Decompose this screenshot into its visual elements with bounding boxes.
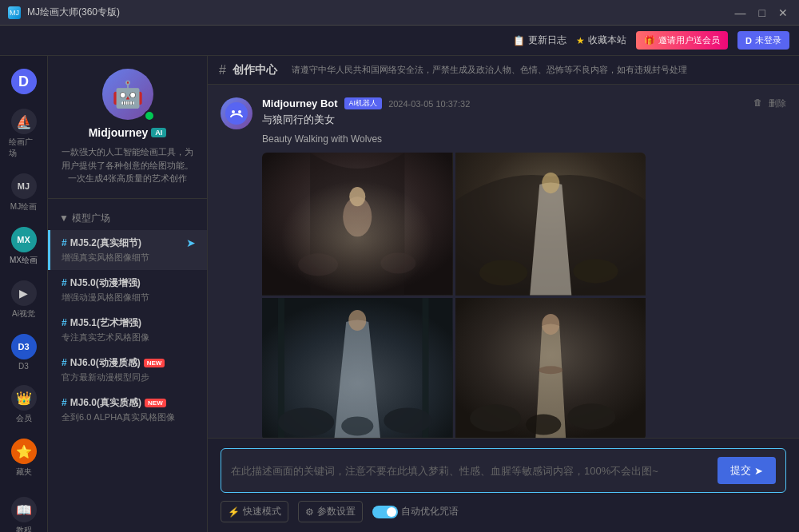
- model-section: ▼ 模型广场 # MJ5.2(真实细节) ➤ 增强真实风格图像细节 #: [48, 199, 207, 533]
- prompt-input[interactable]: [231, 465, 710, 477]
- content-header: # 创作中心 请遵守中华人民共和国网络安全法，严禁生成及政治人物、色情、恐怖等不…: [208, 56, 799, 85]
- submit-button[interactable]: 提交 ➤: [718, 457, 776, 484]
- sidebar-item-tutorial[interactable]: 📖 教程: [6, 492, 42, 532]
- flash-icon: ⚡: [228, 506, 240, 518]
- svg-point-1: [232, 110, 235, 113]
- svg-point-21: [539, 366, 562, 374]
- quick-mode-button[interactable]: ⚡ 快速模式: [221, 501, 288, 522]
- tutorial-label: 教程: [16, 525, 32, 532]
- crown-icon: 👑: [11, 385, 37, 411]
- collect-site-link[interactable]: ★ 收藏本站: [576, 34, 626, 47]
- image-grid: [262, 153, 646, 438]
- gallery-label: 绘画广场: [9, 137, 39, 159]
- model-item-mj60[interactable]: # MJ6.0(真实质感) NEW 全到6.0 ALPHA真实风格图像: [48, 390, 207, 430]
- book-icon: 📖: [11, 497, 37, 522]
- input-box: 提交 ➤: [221, 448, 786, 493]
- mx-label: MX绘画: [10, 255, 38, 266]
- model-name-nj50: # NJ5.0(动漫增强): [62, 276, 141, 290]
- new-badge-mj60: NEW: [145, 399, 166, 407]
- message-title: 与狼同行的美女: [262, 113, 786, 127]
- window-controls: — □ ✕: [732, 6, 791, 19]
- model-desc-mj52: 增强真实风格图像细节: [62, 252, 196, 264]
- message-sender: Midjourney Bot: [262, 97, 338, 109]
- image-cell-bl: [262, 298, 453, 439]
- sidebar-item-ai-video[interactable]: ▶ Ai视觉: [6, 276, 42, 324]
- mj-label: MJ绘画: [10, 201, 37, 212]
- sidebar-item-favorite[interactable]: ⭐ 藏夹: [6, 434, 42, 482]
- svg-point-24: [567, 403, 615, 429]
- content-title: 创作中心: [233, 63, 277, 77]
- params-button[interactable]: ⚙ 参数设置: [298, 501, 363, 522]
- message-time: 2024-03-05 10:37:32: [388, 99, 470, 109]
- svg-point-22: [542, 314, 559, 335]
- params-label: 参数设置: [317, 505, 356, 518]
- discord-icon: D: [11, 69, 37, 94]
- hash-icon: #: [219, 63, 226, 77]
- discord-icon: D: [745, 36, 752, 46]
- profile-name: Midjourney AI: [89, 126, 167, 139]
- maximize-button[interactable]: □: [756, 6, 769, 19]
- model-item-nj60[interactable]: # NJ6.0(动漫质感) NEW 官方最新动漫模型同步: [48, 350, 207, 390]
- svg-point-23: [469, 404, 520, 431]
- sidebar-item-gallery[interactable]: ⛵ 绘画广场: [6, 104, 42, 164]
- image-cell-br: [455, 298, 646, 439]
- minimize-button[interactable]: —: [732, 6, 749, 19]
- svg-point-10: [542, 173, 559, 193]
- sidebar-item-member[interactable]: 👑 会员: [6, 380, 42, 429]
- svg-point-2: [238, 110, 241, 113]
- auto-optimize-toggle: 自动优化咒语: [372, 505, 459, 518]
- top-nav: 📋 更新日志 ★ 收藏本站 🎁 邀请用户送会员 D 未登录: [0, 26, 799, 56]
- main-content: # 创作中心 请遵守中华人民共和国网络安全法，严禁生成及政治人物、色情、恐怖等不…: [208, 56, 799, 532]
- member-label: 会员: [16, 413, 32, 424]
- mx-icon: MX: [11, 227, 37, 252]
- message-header: Midjourney Bot AI机器人 2024-03-05 10:37:32…: [262, 97, 786, 109]
- image-cell-tr: [455, 153, 646, 296]
- d3-label: D3: [18, 362, 29, 371]
- invite-button[interactable]: 🎁 邀请用户送会员: [636, 31, 728, 50]
- profile-section: 🤖 Midjourney AI 一款强大的人工智能绘画工具，为用户提供了各种创意…: [48, 56, 207, 199]
- close-button[interactable]: ✕: [775, 6, 791, 19]
- titlebar: MJ MJ绘画大师(360专版) — □ ✕: [0, 0, 799, 26]
- model-name-nj60: # NJ6.0(动漫质感) NEW: [62, 356, 165, 370]
- sidebar-item-d3[interactable]: D3 D3: [6, 329, 42, 375]
- gift-icon: 🎁: [644, 35, 655, 46]
- svg-point-12: [573, 259, 618, 283]
- sidebar-item-mj[interactable]: MJ MJ绘画: [6, 169, 42, 217]
- mj-icon: MJ: [11, 173, 37, 199]
- star-icon: ⭐: [11, 439, 37, 464]
- model-name-mj52: # MJ5.2(真实细节): [62, 236, 141, 250]
- svg-point-16: [348, 310, 366, 331]
- message-block: Midjourney Bot AI机器人 2024-03-05 10:37:32…: [221, 97, 786, 438]
- model-arrow-mj52: ➤: [186, 236, 196, 249]
- section-icon: ▼: [59, 212, 69, 224]
- model-item-nj50[interactable]: # NJ5.0(动漫增强) 增强动漫风格图像细节: [48, 270, 207, 310]
- sidebar-item-discord[interactable]: D: [6, 64, 42, 99]
- svg-point-17: [278, 407, 334, 436]
- sidebar-item-mx[interactable]: MX MX绘画: [6, 222, 42, 271]
- play-icon: ▶: [11, 280, 37, 306]
- sidebar-narrow: D ⛵ 绘画广场 MJ MJ绘画 MX MX绘画 ▶ Ai视觉 D3 D3 👑 …: [0, 56, 48, 532]
- app-icon: MJ: [8, 6, 21, 19]
- model-desc-nj50: 增强动漫风格图像细节: [62, 292, 196, 304]
- input-area: 提交 ➤ ⚡ 快速模式 ⚙ 参数设置 自动优化咒语: [208, 438, 799, 532]
- sidebar-wide: 🤖 Midjourney AI 一款强大的人工智能绘画工具，为用户提供了各种创意…: [48, 56, 208, 532]
- model-item-mj52[interactable]: # MJ5.2(真实细节) ➤ 增强真实风格图像细节: [48, 230, 207, 270]
- bot-avatar: [221, 97, 252, 129]
- delete-label[interactable]: 删除: [769, 97, 786, 109]
- message-subtitle: Beauty Walking with Wolves: [262, 133, 786, 145]
- svg-point-11: [479, 260, 527, 285]
- model-desc-nj60: 官方最新动漫模型同步: [62, 371, 196, 383]
- discord-login-button[interactable]: D 未登录: [737, 31, 789, 50]
- svg-rect-8: [262, 153, 453, 296]
- update-log-link[interactable]: 📋 更新日志: [513, 34, 566, 47]
- favorite-label: 藏夹: [16, 466, 32, 478]
- toggle-switch-control[interactable]: [372, 506, 398, 518]
- ai-video-label: Ai视觉: [12, 308, 35, 320]
- model-item-mj51[interactable]: # MJ5.1(艺术增强) 专注真实艺术风格图像: [48, 310, 207, 350]
- model-desc-mj51: 专注真实艺术风格图像: [62, 332, 196, 343]
- model-section-title: ▼ 模型广场: [48, 207, 207, 230]
- robot-icon: 🤖: [112, 79, 144, 109]
- send-icon: ➤: [754, 465, 763, 477]
- message-actions: 🗑 删除: [753, 97, 786, 109]
- svg-point-18: [384, 407, 431, 433]
